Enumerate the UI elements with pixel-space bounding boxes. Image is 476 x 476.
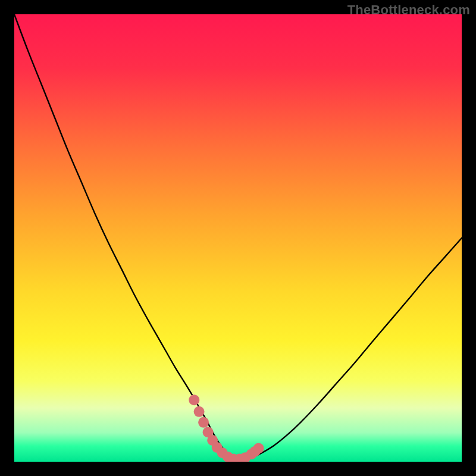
watermark-text: TheBottleneck.com — [347, 2, 470, 18]
chart-frame — [14, 14, 462, 462]
gradient-background — [14, 14, 462, 462]
bottleneck-curve-chart — [14, 14, 462, 462]
curve-marker — [194, 406, 205, 417]
curve-marker — [189, 394, 199, 405]
curve-marker — [198, 417, 209, 428]
curve-marker — [253, 443, 264, 453]
